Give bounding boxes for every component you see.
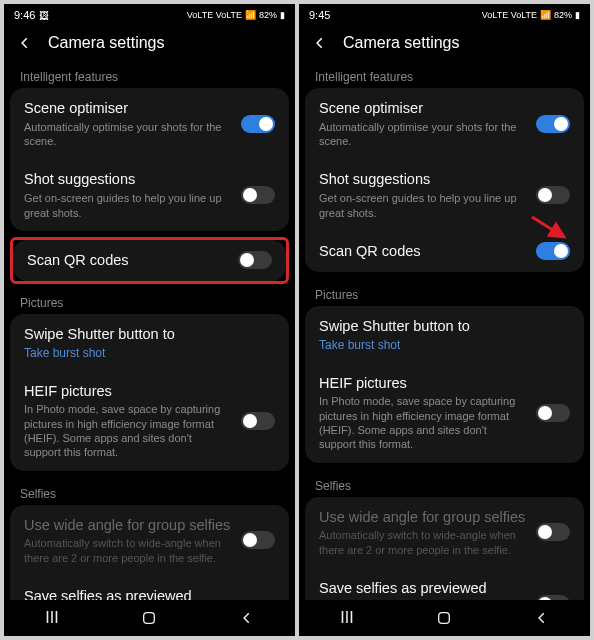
toggle-wide-angle[interactable]: [241, 531, 275, 549]
row-wide-angle-selfies[interactable]: Use wide angle for group selfies Automat…: [10, 505, 289, 576]
row-title: Save selfies as previewed: [319, 579, 526, 598]
signal-icon: 📶: [540, 10, 551, 20]
row-desc: In Photo mode, save space by capturing p…: [319, 394, 526, 451]
status-time: 9:46: [14, 9, 35, 21]
picture-icon: 🖼: [39, 10, 49, 21]
signal-icon: 📶: [245, 10, 256, 20]
recents-icon[interactable]: III: [340, 609, 353, 627]
row-title: Shot suggestions: [319, 170, 526, 189]
row-save-selfies-previewed[interactable]: Save selfies as previewed Save selfies a…: [10, 576, 289, 600]
row-title: Scene optimiser: [24, 99, 231, 118]
nav-bar: III: [4, 600, 295, 636]
page-title: Camera settings: [48, 34, 165, 52]
toggle-shot-suggestions[interactable]: [536, 186, 570, 204]
header: Camera settings: [4, 26, 295, 60]
card-selfies: Use wide angle for group selfies Automat…: [10, 505, 289, 600]
section-intelligent: Intelligent features: [10, 60, 289, 88]
row-title: Scan QR codes: [27, 251, 228, 270]
recents-icon[interactable]: III: [45, 609, 58, 627]
row-title: Use wide angle for group selfies: [24, 516, 231, 535]
section-pictures: Pictures: [305, 278, 584, 306]
toggle-scene-optimiser[interactable]: [536, 115, 570, 133]
phone-left: 9:46 🖼 VoLTE VoLTE 📶 82% ▮ Camera settin…: [4, 4, 295, 636]
toggle-heif[interactable]: [536, 404, 570, 422]
highlight-scan-qr: Scan QR codes: [10, 237, 289, 284]
status-bar: 9:45 VoLTE VoLTE 📶 82% ▮: [299, 4, 590, 26]
card-intelligent: Scene optimiser Automatically optimise y…: [305, 88, 584, 272]
row-swipe-shutter[interactable]: Swipe Shutter button to Take burst shot: [305, 306, 584, 363]
toggle-wide-angle[interactable]: [536, 523, 570, 541]
row-scan-qr-codes[interactable]: Scan QR codes: [13, 240, 286, 281]
card-pictures: Swipe Shutter button to Take burst shot …: [10, 314, 289, 471]
card-pictures: Swipe Shutter button to Take burst shot …: [305, 306, 584, 463]
row-shot-suggestions[interactable]: Shot suggestions Get on-screen guides to…: [305, 159, 584, 230]
row-scene-optimiser[interactable]: Scene optimiser Automatically optimise y…: [10, 88, 289, 159]
section-pictures: Pictures: [10, 286, 289, 314]
page-title: Camera settings: [343, 34, 460, 52]
status-bar: 9:46 🖼 VoLTE VoLTE 📶 82% ▮: [4, 4, 295, 26]
status-time: 9:45: [309, 9, 330, 21]
row-desc: Get on-screen guides to help you line up…: [24, 191, 231, 220]
row-title: Swipe Shutter button to: [319, 317, 560, 336]
toggle-heif[interactable]: [241, 412, 275, 430]
row-desc: Automatically optimise your shots for th…: [24, 120, 231, 149]
row-wide-angle-selfies[interactable]: Use wide angle for group selfies Automat…: [305, 497, 584, 568]
row-title: HEIF pictures: [319, 374, 526, 393]
row-title: Use wide angle for group selfies: [319, 508, 526, 527]
home-icon[interactable]: [436, 610, 452, 626]
row-heif-pictures[interactable]: HEIF pictures In Photo mode, save space …: [305, 363, 584, 463]
svg-rect-0: [144, 613, 155, 624]
row-desc: Get on-screen guides to help you line up…: [319, 191, 526, 220]
toggle-scan-qr[interactable]: [536, 242, 570, 260]
row-desc: Automatically optimise your shots for th…: [319, 120, 526, 149]
svg-rect-1: [439, 613, 450, 624]
card-qr: Scan QR codes: [13, 240, 286, 281]
row-title: Scan QR codes: [319, 242, 526, 261]
row-shot-suggestions[interactable]: Shot suggestions Get on-screen guides to…: [10, 159, 289, 230]
row-swipe-shutter[interactable]: Swipe Shutter button to Take burst shot: [10, 314, 289, 371]
row-title: Swipe Shutter button to: [24, 325, 265, 344]
battery-icon: ▮: [280, 10, 285, 20]
row-title: HEIF pictures: [24, 382, 231, 401]
toggle-save-selfies[interactable]: [536, 595, 570, 600]
back-icon[interactable]: [311, 34, 329, 52]
card-intelligent: Scene optimiser Automatically optimise y…: [10, 88, 289, 231]
row-desc: Automatically switch to wide-angle when …: [319, 528, 526, 557]
phone-right: 9:45 VoLTE VoLTE 📶 82% ▮ Camera settings…: [299, 4, 590, 636]
row-value: Take burst shot: [319, 338, 560, 352]
row-desc: In Photo mode, save space by capturing p…: [24, 402, 231, 459]
status-signal: VoLTE VoLTE: [187, 10, 242, 20]
row-value: Take burst shot: [24, 346, 265, 360]
row-scan-qr-codes[interactable]: Scan QR codes: [305, 231, 584, 272]
row-title: Save selfies as previewed: [24, 587, 231, 600]
status-signal: VoLTE VoLTE: [482, 10, 537, 20]
row-title: Shot suggestions: [24, 170, 231, 189]
row-title: Scene optimiser: [319, 99, 526, 118]
nav-bar: III: [299, 600, 590, 636]
section-selfies: Selfies: [10, 477, 289, 505]
toggle-scan-qr[interactable]: [238, 251, 272, 269]
row-scene-optimiser[interactable]: Scene optimiser Automatically optimise y…: [305, 88, 584, 159]
card-selfies: Use wide angle for group selfies Automat…: [305, 497, 584, 600]
toggle-shot-suggestions[interactable]: [241, 186, 275, 204]
header: Camera settings: [299, 26, 590, 60]
status-battery: 82%: [554, 10, 572, 20]
home-icon[interactable]: [141, 610, 157, 626]
toggle-scene-optimiser[interactable]: [241, 115, 275, 133]
section-selfies: Selfies: [305, 469, 584, 497]
section-intelligent: Intelligent features: [305, 60, 584, 88]
settings-content[interactable]: Intelligent features Scene optimiser Aut…: [4, 60, 295, 600]
back-nav-icon[interactable]: [240, 611, 254, 625]
status-battery: 82%: [259, 10, 277, 20]
settings-content[interactable]: Intelligent features Scene optimiser Aut…: [299, 60, 590, 600]
back-icon[interactable]: [16, 34, 34, 52]
battery-icon: ▮: [575, 10, 580, 20]
row-desc: Automatically switch to wide-angle when …: [24, 536, 231, 565]
row-save-selfies-previewed[interactable]: Save selfies as previewed Save selfies a…: [305, 568, 584, 600]
back-nav-icon[interactable]: [535, 611, 549, 625]
row-heif-pictures[interactable]: HEIF pictures In Photo mode, save space …: [10, 371, 289, 471]
